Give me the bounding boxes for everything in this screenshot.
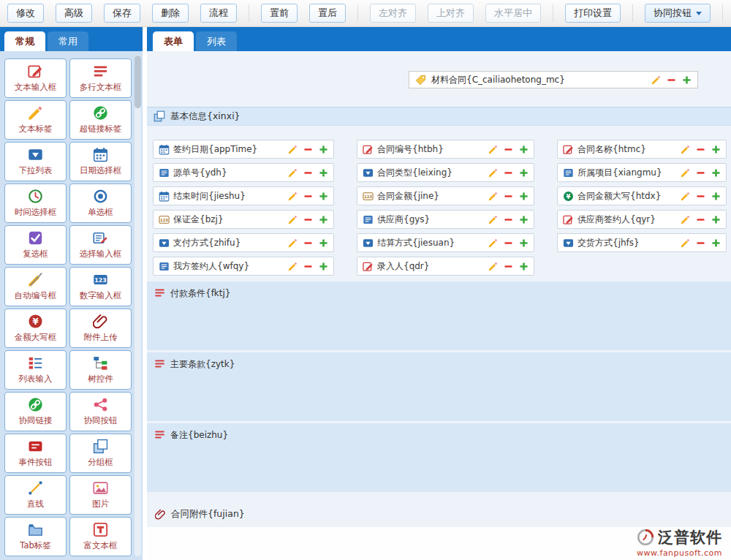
form-field[interactable]: 合同编号{htbh}: [357, 140, 534, 159]
add-plus-icon[interactable]: [711, 215, 721, 224]
remove-minus-icon[interactable]: [504, 215, 513, 224]
form-field[interactable]: 供应商{gys}: [357, 210, 534, 229]
add-plus-icon[interactable]: [711, 192, 721, 201]
remove-minus-icon[interactable]: [303, 238, 313, 248]
edit-pencil-icon[interactable]: [488, 192, 498, 201]
edit-pencil-icon[interactable]: [488, 168, 498, 178]
sidebar-control-radio[interactable]: 单选框: [69, 183, 132, 223]
add-plus-icon[interactable]: [319, 215, 328, 224]
add-plus-icon[interactable]: [319, 238, 328, 248]
form-field[interactable]: 合同金额{jine}: [357, 186, 534, 205]
edit-pencil-icon[interactable]: [488, 145, 498, 154]
advanced-button[interactable]: 高级: [56, 4, 92, 23]
remove-minus-icon[interactable]: [667, 75, 676, 85]
textarea-field[interactable]: 备注{beizhu}: [147, 423, 731, 492]
edit-pencil-icon[interactable]: [681, 145, 690, 154]
tab-list[interactable]: 列表: [196, 31, 237, 51]
send-to-back-button[interactable]: 置后: [309, 4, 346, 23]
form-field[interactable]: 交货方式{jhfs}: [557, 233, 727, 252]
modify-button[interactable]: 修改: [7, 4, 44, 23]
form-field[interactable]: 结束时间{jieshu}: [153, 186, 334, 205]
sidebar-control-auto-number[interactable]: 自动编号框: [4, 267, 67, 306]
edit-pencil-icon[interactable]: [681, 238, 690, 248]
form-field[interactable]: 录入人{qdr}: [357, 257, 534, 276]
remove-minus-icon[interactable]: [504, 168, 513, 178]
remove-minus-icon[interactable]: [303, 168, 313, 178]
remove-minus-icon[interactable]: [504, 238, 513, 248]
edit-pencil-icon[interactable]: [288, 238, 298, 248]
edit-pencil-icon[interactable]: [288, 215, 298, 224]
print-settings-button[interactable]: 打印设置: [565, 4, 621, 23]
collab-button[interactable]: 协同按钮: [645, 4, 711, 23]
remove-minus-icon[interactable]: [696, 168, 705, 178]
add-plus-icon[interactable]: [519, 168, 529, 178]
remove-minus-icon[interactable]: [303, 262, 313, 271]
edit-pencil-icon[interactable]: [288, 168, 298, 178]
edit-pencil-icon[interactable]: [288, 262, 298, 271]
edit-pencil-icon[interactable]: [681, 168, 690, 178]
group-box-header[interactable]: 基本信息{xinxi}: [147, 107, 731, 126]
form-field[interactable]: 保证金{bzj}: [153, 210, 334, 229]
sidebar-control-line[interactable]: 直线: [4, 475, 67, 515]
sidebar-control-collab-button[interactable]: 协同按钮: [69, 392, 132, 431]
workflow-button[interactable]: 流程: [200, 4, 237, 23]
add-plus-icon[interactable]: [319, 262, 328, 271]
sidebar-control-collab-link[interactable]: 协同链接: [4, 392, 67, 431]
remove-minus-icon[interactable]: [696, 145, 705, 154]
add-plus-icon[interactable]: [519, 192, 529, 201]
remove-minus-icon[interactable]: [303, 192, 313, 201]
form-field[interactable]: 结算方式{jiesuan}: [357, 233, 534, 252]
sidebar-control-date-picker[interactable]: 日期选择框: [69, 142, 132, 181]
remove-minus-icon[interactable]: [504, 192, 513, 201]
remove-minus-icon[interactable]: [303, 215, 313, 224]
center-horizontal-button[interactable]: 水平居中: [485, 4, 541, 23]
edit-pencil-icon[interactable]: [488, 215, 498, 224]
sidebar-control-text-label[interactable]: 文本标签: [4, 100, 67, 140]
sidebar-control-rich-text[interactable]: 富文本框: [69, 517, 132, 556]
sidebar-control-tab-label[interactable]: Tab标签: [4, 517, 67, 556]
scrollbar-thumb[interactable]: [135, 56, 141, 108]
add-plus-icon[interactable]: [519, 145, 529, 154]
align-left-button[interactable]: 左对齐: [370, 4, 416, 23]
remove-minus-icon[interactable]: [696, 192, 705, 201]
edit-pencil-icon[interactable]: [651, 75, 661, 85]
tab-general[interactable]: 常规: [4, 31, 45, 51]
sidebar-control-time-picker[interactable]: 时间选择框: [4, 183, 67, 223]
form-field[interactable]: 支付方式{zhifu}: [153, 233, 334, 252]
add-plus-icon[interactable]: [319, 168, 328, 178]
form-field[interactable]: 我方签约人{wfqy}: [153, 257, 334, 276]
edit-pencil-icon[interactable]: [288, 145, 298, 154]
form-field[interactable]: 源单号{ydh}: [153, 163, 334, 182]
bring-to-front-button[interactable]: 置前: [261, 4, 298, 23]
sidebar-control-amount-words[interactable]: 金额大写框: [4, 309, 67, 348]
save-button[interactable]: 保存: [104, 4, 140, 23]
sidebar-control-text-input[interactable]: 文本输入框: [4, 58, 67, 98]
add-plus-icon[interactable]: [682, 75, 692, 85]
tab-form[interactable]: 表单: [153, 31, 194, 51]
add-plus-icon[interactable]: [711, 168, 721, 178]
add-plus-icon[interactable]: [711, 238, 721, 248]
textarea-field[interactable]: 主要条款{zytk}: [147, 352, 731, 421]
add-plus-icon[interactable]: [319, 145, 328, 154]
form-title-field[interactable]: 材料合同{C_cailiaohetong_mc}: [409, 71, 698, 88]
textarea-field[interactable]: 付款条件{fktj}: [147, 281, 731, 350]
sidebar-control-list-input[interactable]: 列表输入: [4, 350, 67, 390]
add-plus-icon[interactable]: [319, 192, 328, 201]
edit-pencil-icon[interactable]: [681, 215, 690, 224]
sidebar-control-event-button[interactable]: 事件按钮: [4, 434, 67, 473]
sidebar-control-multiline-text[interactable]: 多行文本框: [69, 58, 132, 98]
delete-button[interactable]: 删除: [152, 4, 189, 23]
attachment-field[interactable]: 合同附件{fujian}: [147, 508, 731, 521]
form-field[interactable]: 供应商签约人{qyr}: [557, 210, 727, 229]
sidebar-scrollbar[interactable]: [135, 55, 141, 556]
edit-pencil-icon[interactable]: [681, 192, 690, 201]
sidebar-control-attachment-upload[interactable]: 附件上传: [69, 309, 132, 348]
sidebar-control-checkbox[interactable]: 复选框: [4, 225, 67, 265]
remove-minus-icon[interactable]: [504, 145, 513, 154]
remove-minus-icon[interactable]: [303, 145, 313, 154]
remove-minus-icon[interactable]: [696, 215, 705, 224]
tab-common[interactable]: 常用: [48, 31, 88, 51]
sidebar-control-tree-control[interactable]: 树控件: [69, 350, 132, 390]
form-field[interactable]: 合同金额大写{htdx}: [557, 186, 727, 205]
remove-minus-icon[interactable]: [696, 238, 705, 248]
